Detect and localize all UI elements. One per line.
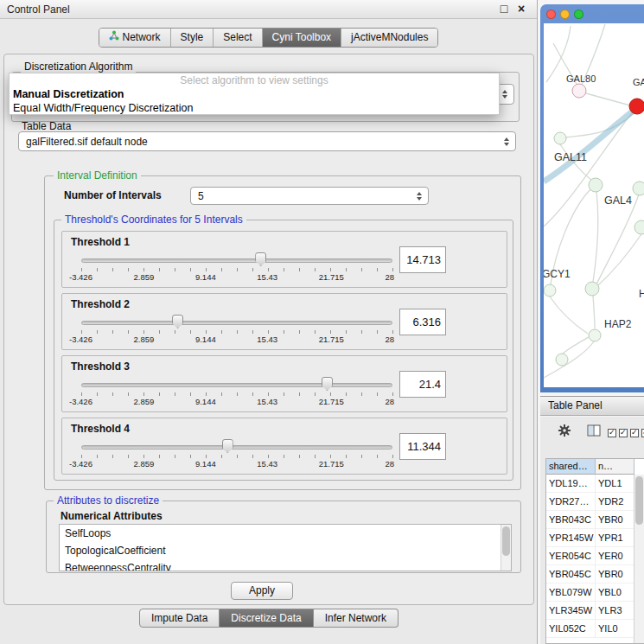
threshold-value-field[interactable]: 11.344 bbox=[399, 433, 446, 460]
checkbox-icon[interactable] bbox=[630, 429, 639, 437]
column-layout-icon[interactable] bbox=[587, 424, 601, 440]
scrollbar-thumb[interactable] bbox=[635, 476, 643, 525]
network-node[interactable] bbox=[633, 182, 644, 195]
network-canvas[interactable]: GAL80 GA GAL11 GAL4 GCY1 HAP2 H bbox=[544, 23, 644, 387]
slider-thumb[interactable] bbox=[222, 439, 233, 453]
scale-label: 15.43 bbox=[257, 272, 277, 282]
network-node[interactable] bbox=[554, 132, 566, 144]
table-row[interactable]: YDR27…YDR2 bbox=[546, 493, 634, 511]
threshold-value-field[interactable]: 14.713 bbox=[399, 246, 446, 273]
cell[interactable]: YDR27… bbox=[546, 493, 596, 510]
algorithm-option[interactable]: Manual Discretization bbox=[10, 87, 499, 101]
network-view-window[interactable]: GAL80 GA GAL11 GAL4 GCY1 HAP2 H bbox=[540, 4, 644, 392]
cell[interactable]: YBR043C bbox=[546, 511, 596, 528]
table-row[interactable]: YDL19…YDL1 bbox=[546, 475, 634, 493]
table-panel-header[interactable]: Table Panel bbox=[540, 396, 644, 416]
checkbox-icon[interactable] bbox=[619, 429, 628, 437]
table-data-combobox[interactable]: galFiltered.sif default node bbox=[18, 131, 516, 151]
window-titlebar[interactable]: Control Panel □ × bbox=[0, 0, 537, 19]
table-row[interactable]: YBR043CYBR0 bbox=[546, 511, 634, 529]
slider-track[interactable] bbox=[81, 258, 392, 263]
checkbox-icon[interactable] bbox=[608, 429, 616, 437]
table-row[interactable]: YBR045CYBR0 bbox=[546, 565, 634, 583]
network-node[interactable] bbox=[544, 284, 556, 296]
cell[interactable]: YBR0 bbox=[596, 511, 634, 528]
cell[interactable]: YBR0 bbox=[596, 565, 634, 583]
slider-thumb[interactable] bbox=[255, 252, 266, 266]
cell[interactable]: YER0 bbox=[596, 547, 634, 564]
tab-style[interactable]: Style bbox=[170, 29, 214, 47]
network-node[interactable] bbox=[589, 329, 601, 341]
threshold-value-field[interactable]: 21.4 bbox=[399, 371, 446, 398]
network-node[interactable] bbox=[585, 282, 599, 296]
minimize-button[interactable] bbox=[560, 10, 570, 19]
tab-discretize-data[interactable]: Discretize Data bbox=[220, 609, 313, 628]
column-header[interactable]: n… bbox=[596, 459, 634, 475]
node-label: GAL80 bbox=[566, 73, 596, 84]
slider-track[interactable] bbox=[81, 445, 392, 450]
slider-track[interactable] bbox=[81, 321, 392, 325]
cell[interactable]: YLR345W bbox=[546, 602, 596, 619]
cell[interactable]: YDL19… bbox=[546, 475, 596, 492]
close-button[interactable] bbox=[546, 10, 556, 19]
network-node[interactable] bbox=[556, 354, 568, 366]
threshold-slider[interactable] bbox=[81, 315, 392, 328]
checkbox-group[interactable] bbox=[608, 426, 644, 438]
slider-ticks bbox=[81, 392, 393, 396]
window-title: Control Panel bbox=[7, 3, 70, 16]
slider-scale: -3.4262.8599.14415.4321.71528 bbox=[69, 397, 394, 406]
table-row[interactable]: YBL079WYBL0 bbox=[546, 583, 634, 602]
cell[interactable]: YDR2 bbox=[596, 493, 634, 510]
threshold-slider[interactable] bbox=[81, 439, 392, 453]
apply-button[interactable]: Apply bbox=[231, 582, 293, 600]
cell[interactable]: YLR3 bbox=[596, 602, 634, 619]
network-node[interactable] bbox=[634, 220, 644, 234]
scrollbar[interactable] bbox=[501, 525, 511, 571]
cell[interactable]: YDL1 bbox=[596, 475, 634, 492]
column-header[interactable]: shared… bbox=[546, 459, 596, 475]
algorithm-placeholder-option[interactable]: Select algorithm to view settings bbox=[10, 73, 499, 87]
scrollbar-thumb[interactable] bbox=[502, 526, 510, 556]
zoom-button[interactable] bbox=[574, 10, 583, 19]
table-row[interactable]: YIL052CYIL0 bbox=[546, 620, 634, 638]
cell[interactable]: YIL0 bbox=[596, 620, 634, 637]
cell[interactable]: YER054C bbox=[546, 547, 596, 564]
threshold-value-field[interactable]: 6.316 bbox=[399, 309, 446, 335]
slider-thumb[interactable] bbox=[172, 315, 183, 328]
cell[interactable]: YBL0 bbox=[596, 583, 634, 601]
tab-infer-network[interactable]: Infer Network bbox=[314, 609, 399, 628]
cell[interactable]: YBL079W bbox=[546, 583, 596, 601]
algorithm-option[interactable]: Equal Width/Frequency Discretization bbox=[10, 101, 499, 115]
tab-network[interactable]: Network bbox=[99, 29, 170, 47]
tab-cyni-toolbox[interactable]: Cyni Toolbox bbox=[262, 29, 341, 47]
cell[interactable]: YBR045C bbox=[546, 565, 596, 583]
num-intervals-combobox[interactable]: 5 bbox=[190, 187, 429, 205]
tab-impute-data[interactable]: Impute Data bbox=[139, 609, 220, 628]
tab-jactivemnodules[interactable]: jActiveMNodules bbox=[341, 29, 437, 47]
list-item[interactable]: TopologicalCoefficient bbox=[60, 542, 511, 559]
cell[interactable]: YPR145W bbox=[546, 529, 596, 546]
slider-thumb[interactable] bbox=[322, 377, 333, 391]
table-row[interactable]: YER054CYER0 bbox=[546, 547, 634, 565]
list-item[interactable]: BetweennessCentrality bbox=[60, 559, 511, 571]
threshold-slider[interactable] bbox=[81, 252, 392, 266]
table-row[interactable]: YPR145WYPR1 bbox=[546, 529, 634, 547]
network-node-red[interactable] bbox=[629, 99, 644, 114]
scrollbar[interactable] bbox=[634, 475, 644, 643]
table-row[interactable]: YLR345WYLR3 bbox=[546, 602, 634, 620]
slider-track[interactable] bbox=[81, 383, 392, 387]
tab-select[interactable]: Select bbox=[213, 29, 261, 47]
list-item[interactable]: SelfLoops bbox=[60, 525, 511, 542]
threshold-slider[interactable] bbox=[81, 377, 392, 391]
network-node[interactable] bbox=[589, 178, 603, 192]
float-window-icon[interactable]: □ bbox=[497, 2, 511, 16]
slider-scale: -3.4262.8599.14415.4321.71528 bbox=[69, 459, 394, 469]
cell[interactable]: YIL052C bbox=[546, 620, 596, 637]
attributes-listbox[interactable]: SelfLoops TopologicalCoefficient Between… bbox=[59, 524, 512, 571]
close-icon[interactable]: × bbox=[514, 2, 528, 16]
settings-gear-icon[interactable] bbox=[558, 424, 571, 440]
network-node[interactable] bbox=[572, 84, 586, 98]
combo-arrows-icon bbox=[417, 192, 422, 201]
scale-label: 9.144 bbox=[195, 335, 216, 344]
cell[interactable]: YPR1 bbox=[596, 529, 634, 546]
